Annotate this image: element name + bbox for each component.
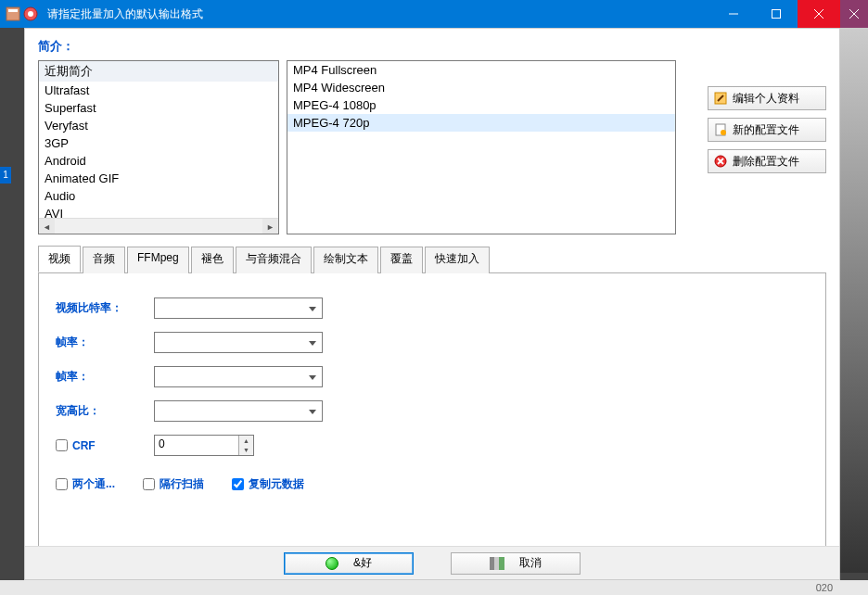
close-button-outer[interactable] xyxy=(840,0,868,28)
interlace-label: 隔行扫描 xyxy=(160,476,204,492)
aspect-combo[interactable] xyxy=(154,400,323,422)
aspect-label: 宽高比： xyxy=(56,403,145,419)
scroll-left-icon[interactable]: ◄ xyxy=(39,219,55,234)
tab-ffmpeg[interactable]: FFMpeg xyxy=(127,247,189,273)
bitrate-label: 视频比特率： xyxy=(56,300,145,316)
list-item[interactable]: MP4 Widescreen xyxy=(287,79,675,96)
bg-year-text: 020 xyxy=(816,582,833,593)
crf-spinner[interactable]: 0 ▲ ▼ xyxy=(154,435,254,456)
fps1-label: 帧率： xyxy=(56,335,145,350)
exit-icon xyxy=(490,557,504,570)
svg-point-12 xyxy=(721,130,726,135)
maximize-button[interactable] xyxy=(755,0,798,28)
fps2-label: 帧率： xyxy=(56,369,145,385)
bottom-strip xyxy=(0,580,868,595)
crf-value[interactable]: 0 xyxy=(155,436,238,455)
bg-strip xyxy=(840,26,868,573)
tab-audiomix[interactable]: 与音频混合 xyxy=(236,247,312,273)
delete-icon xyxy=(714,155,727,168)
app-icon-2 xyxy=(23,6,38,21)
horizontal-scrollbar[interactable]: ◄ ► xyxy=(39,218,278,234)
list-item[interactable]: Animated GIF xyxy=(39,170,278,187)
svg-point-3 xyxy=(28,11,33,17)
app-icon-1 xyxy=(6,6,20,21)
copy-meta-label: 复制元数据 xyxy=(249,476,304,492)
section-label: 简介： xyxy=(25,29,839,60)
button-label: 新的配置文件 xyxy=(733,122,799,138)
list-item[interactable]: MP4 Fullscreen xyxy=(287,61,675,79)
list-item[interactable]: Android xyxy=(39,152,278,170)
tab-drawtext[interactable]: 绘制文本 xyxy=(313,247,378,273)
crf-checkbox[interactable] xyxy=(56,439,68,451)
two-pass-checkbox[interactable] xyxy=(56,478,68,490)
list-item[interactable]: Veryfast xyxy=(39,117,278,134)
list-item[interactable]: Audio xyxy=(39,187,278,205)
tab-content-video: 视频比特率： 帧率： 帧率： 宽高比： CRF 0 ▲ ▼ xyxy=(38,273,826,551)
profile-list[interactable]: MP4 Fullscreen MP4 Widescreen MPEG-4 108… xyxy=(287,60,676,234)
button-label: 取消 xyxy=(519,555,542,571)
spinner-down-icon[interactable]: ▼ xyxy=(239,446,253,456)
tab-video[interactable]: 视频 xyxy=(38,246,81,272)
edit-profile-button[interactable]: 编辑个人资料 xyxy=(708,86,826,110)
tab-overlay[interactable]: 覆盖 xyxy=(380,247,423,273)
window-title: 请指定批量加入的默认输出格式 xyxy=(44,6,203,22)
two-pass-label: 两个通... xyxy=(72,476,115,492)
titlebar: 请指定批量加入的默认输出格式 xyxy=(0,0,868,28)
button-label: 编辑个人资料 xyxy=(733,91,799,107)
button-label: 删除配置文件 xyxy=(733,154,799,170)
list-item[interactable]: Ultrafast xyxy=(39,82,278,99)
fps1-combo[interactable] xyxy=(154,332,323,353)
ok-icon xyxy=(326,557,338,570)
tab-fastjoin[interactable]: 快速加入 xyxy=(425,247,490,273)
new-profile-button[interactable]: 新的配置文件 xyxy=(708,118,826,142)
new-file-icon xyxy=(714,123,727,136)
tab-strip: 视频 音频 FFMpeg 褪色 与音频混合 绘制文本 覆盖 快速加入 xyxy=(38,246,826,273)
cancel-button[interactable]: 取消 xyxy=(451,552,581,575)
side-chip: 1 xyxy=(0,167,11,184)
spinner-up-icon[interactable]: ▲ xyxy=(239,436,253,446)
interlace-checkbox[interactable] xyxy=(143,478,155,490)
button-label: &好 xyxy=(353,555,372,571)
tab-fade[interactable]: 褪色 xyxy=(191,247,234,273)
edit-icon xyxy=(714,92,727,105)
crf-label: CRF xyxy=(72,439,96,452)
list-item[interactable]: Superfast xyxy=(39,99,278,117)
list-item[interactable]: 3GP xyxy=(39,134,278,152)
dialog-footer: &好 取消 xyxy=(25,546,839,579)
list-item[interactable]: MPEG-4 1080p xyxy=(287,96,675,114)
tab-audio[interactable]: 音频 xyxy=(83,247,125,273)
svg-rect-1 xyxy=(8,9,18,12)
delete-profile-button[interactable]: 删除配置文件 xyxy=(708,149,826,173)
scroll-right-icon[interactable]: ► xyxy=(262,219,278,234)
fps2-combo[interactable] xyxy=(154,366,323,387)
close-button[interactable] xyxy=(798,0,840,28)
minimize-button[interactable] xyxy=(712,0,755,28)
profile-category-list[interactable]: 近期简介 Ultrafast Superfast Veryfast 3GP An… xyxy=(38,60,279,234)
list-item-selected[interactable]: MPEG-4 720p xyxy=(287,114,675,132)
copy-meta-checkbox[interactable] xyxy=(232,478,244,490)
bitrate-combo[interactable] xyxy=(154,298,323,319)
list-header[interactable]: 近期简介 xyxy=(39,61,278,82)
ok-button[interactable]: &好 xyxy=(284,552,414,575)
svg-rect-5 xyxy=(772,10,781,19)
dialog: 简介： 近期简介 Ultrafast Superfast Veryfast 3G… xyxy=(24,28,840,580)
